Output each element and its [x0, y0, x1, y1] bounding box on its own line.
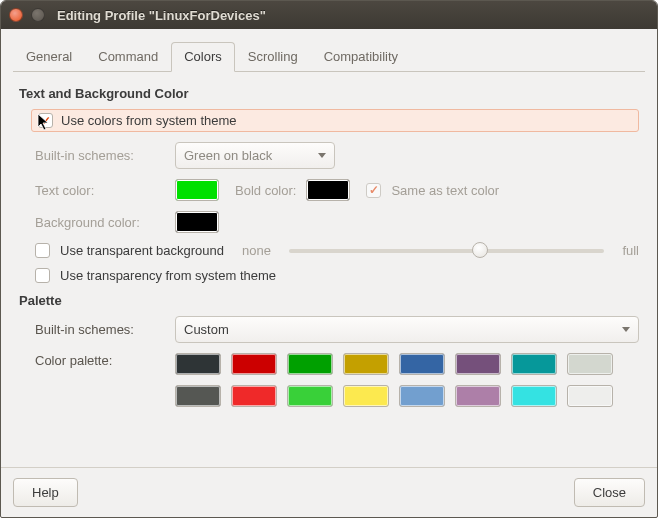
same-as-text-checkbox[interactable] — [366, 183, 381, 198]
palette-swatch-3[interactable] — [343, 353, 389, 375]
slider-none-label: none — [242, 243, 271, 258]
transparency-slider[interactable] — [289, 249, 604, 253]
bg-color-label: Background color: — [35, 215, 165, 230]
tab-scrolling[interactable]: Scrolling — [235, 42, 311, 72]
palette-scheme-label: Built-in schemes: — [35, 322, 165, 337]
palette-grid — [175, 353, 613, 407]
sys-transparency-label: Use transparency from system theme — [60, 268, 276, 283]
content-area: General Command Colors Scrolling Compati… — [1, 29, 657, 467]
palette-scheme-select[interactable]: Custom — [175, 316, 639, 343]
palette-swatch-6[interactable] — [511, 353, 557, 375]
tabs: General Command Colors Scrolling Compati… — [13, 41, 645, 72]
palette-swatch-15[interactable] — [567, 385, 613, 407]
palette-swatch-5[interactable] — [455, 353, 501, 375]
palette-swatch-13[interactable] — [455, 385, 501, 407]
sys-transparency-checkbox[interactable] — [35, 268, 50, 283]
bold-color-label: Bold color: — [235, 183, 296, 198]
dialog-footer: Help Close — [1, 467, 657, 517]
text-color-label: Text color: — [35, 183, 165, 198]
tab-general[interactable]: General — [13, 42, 85, 72]
palette-swatch-1[interactable] — [231, 353, 277, 375]
palette-swatch-11[interactable] — [343, 385, 389, 407]
bg-color-swatch[interactable] — [175, 211, 219, 233]
palette-swatch-10[interactable] — [287, 385, 333, 407]
close-button[interactable]: Close — [574, 478, 645, 507]
slider-thumb[interactable] — [472, 242, 488, 258]
window-close-button[interactable] — [9, 8, 23, 22]
palette-swatch-12[interactable] — [399, 385, 445, 407]
transparent-bg-label: Use transparent background — [60, 243, 224, 258]
use-system-theme-checkbox[interactable] — [38, 113, 53, 128]
window-minimize-button[interactable] — [31, 8, 45, 22]
bg-color-row: Background color: — [35, 211, 639, 233]
text-bg-heading: Text and Background Color — [19, 86, 639, 101]
chevron-down-icon — [318, 153, 326, 158]
use-system-theme-label: Use colors from system theme — [61, 113, 237, 128]
palette-swatch-14[interactable] — [511, 385, 557, 407]
builtin-scheme-row: Built-in schemes: Green on black — [35, 142, 639, 169]
text-color-row: Text color: Bold color: Same as text col… — [35, 179, 639, 201]
tab-command[interactable]: Command — [85, 42, 171, 72]
scheme-select[interactable]: Green on black — [175, 142, 335, 169]
chevron-down-icon — [622, 327, 630, 332]
palette-scheme-row: Built-in schemes: Custom — [35, 316, 639, 343]
text-color-swatch[interactable] — [175, 179, 219, 201]
help-button[interactable]: Help — [13, 478, 78, 507]
use-system-theme-row[interactable]: Use colors from system theme — [31, 109, 639, 132]
slider-full-label: full — [622, 243, 639, 258]
palette-swatch-8[interactable] — [175, 385, 221, 407]
titlebar: Editing Profile "LinuxForDevices" — [1, 1, 657, 29]
same-as-text-label: Same as text color — [391, 183, 499, 198]
window-title: Editing Profile "LinuxForDevices" — [57, 8, 266, 23]
palette-colors-label: Color palette: — [35, 353, 165, 368]
palette-scheme-value: Custom — [184, 322, 229, 337]
palette-colors-row: Color palette: — [35, 353, 639, 407]
palette-swatch-2[interactable] — [287, 353, 333, 375]
sys-transparency-row: Use transparency from system theme — [35, 268, 639, 283]
palette-swatch-7[interactable] — [567, 353, 613, 375]
transparent-bg-row: Use transparent background none full — [35, 243, 639, 258]
colors-panel: Text and Background Color Use colors fro… — [13, 72, 645, 459]
palette-swatch-0[interactable] — [175, 353, 221, 375]
scheme-value: Green on black — [184, 148, 272, 163]
profile-editor-window: Editing Profile "LinuxForDevices" Genera… — [0, 0, 658, 518]
scheme-label: Built-in schemes: — [35, 148, 165, 163]
palette-heading: Palette — [19, 293, 639, 308]
tab-compatibility[interactable]: Compatibility — [311, 42, 411, 72]
bold-color-swatch[interactable] — [306, 179, 350, 201]
palette-swatch-4[interactable] — [399, 353, 445, 375]
tab-colors[interactable]: Colors — [171, 42, 235, 72]
transparent-bg-checkbox[interactable] — [35, 243, 50, 258]
palette-swatch-9[interactable] — [231, 385, 277, 407]
